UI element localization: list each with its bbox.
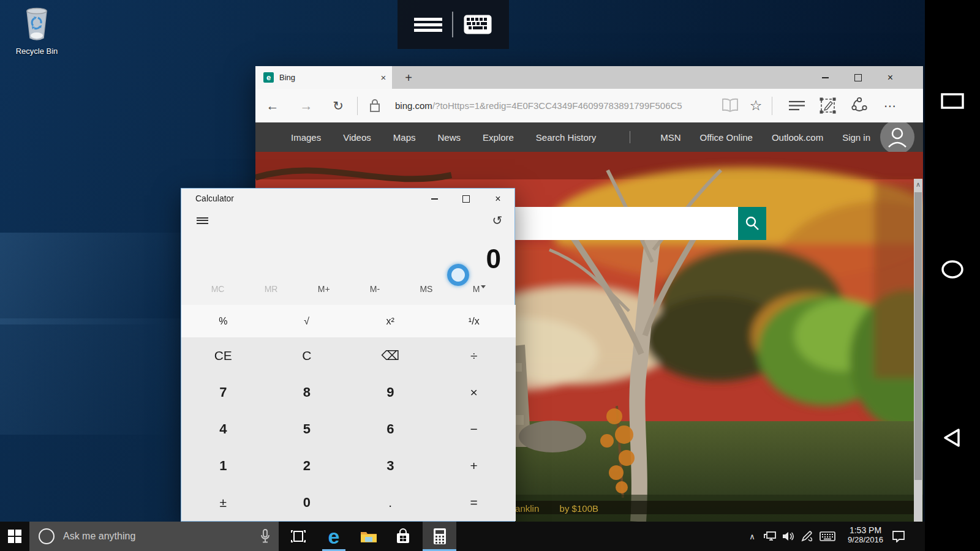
taskbar: e [0, 522, 925, 551]
equals-key[interactable]: = [432, 484, 516, 521]
clear-key[interactable]: C [265, 337, 349, 374]
tab-strip: e Bing × + × [255, 66, 923, 89]
task-view-icon [290, 530, 307, 543]
microphone-icon[interactable] [260, 529, 270, 544]
taskbar-edge-button[interactable]: e [320, 522, 348, 551]
network-icon[interactable] [761, 522, 779, 551]
recycle-bin-shortcut[interactable]: Recycle Bin [9, 5, 65, 56]
digit-9-key[interactable]: 9 [349, 374, 432, 411]
menu-icon[interactable] [414, 15, 442, 34]
digit-2-key[interactable]: 2 [265, 448, 349, 484]
decimal-key[interactable]: . [349, 484, 432, 521]
tab-close-icon[interactable]: × [375, 69, 392, 86]
taskbar-clock[interactable]: 1:53 PM 9/28/2016 [844, 525, 887, 544]
divide-key[interactable]: ÷ [432, 337, 516, 374]
subtract-key[interactable]: − [432, 411, 516, 448]
profile-avatar[interactable] [880, 122, 914, 154]
person-icon [880, 122, 914, 154]
action-center-icon[interactable] [889, 522, 908, 551]
add-key[interactable]: + [432, 448, 516, 484]
window-minimize-button[interactable] [812, 66, 839, 89]
android-back-button[interactable] [925, 419, 980, 456]
memory-subtract-button[interactable]: M- [370, 284, 380, 294]
memory-clear-button[interactable]: MC [211, 284, 225, 294]
nav-news[interactable]: News [437, 132, 461, 143]
bing-nav-left: Images Videos Maps News Explore Search H… [291, 122, 596, 152]
scroll-up-icon[interactable]: ∧ [914, 180, 922, 189]
digit-1-key[interactable]: 1 [181, 448, 265, 484]
nav-maps[interactable]: Maps [393, 132, 416, 143]
nav-msn[interactable]: MSN [660, 132, 680, 143]
file-explorer-button[interactable] [355, 522, 383, 551]
cortana-search-box[interactable] [29, 522, 279, 551]
tray-chevron-icon[interactable]: ∧ [743, 522, 761, 551]
clear-entry-key[interactable]: CE [181, 337, 265, 374]
vertical-scrollbar[interactable]: ∧ ∨ [914, 179, 922, 522]
nav-search-history[interactable]: Search History [536, 132, 596, 143]
plus-minus-key[interactable]: ± [181, 484, 265, 521]
task-view-button[interactable] [284, 522, 312, 551]
store-button[interactable] [389, 522, 417, 551]
multiply-key[interactable]: × [432, 374, 516, 411]
digit-3-key[interactable]: 3 [349, 448, 432, 484]
more-menu-icon[interactable]: ⋯ [878, 89, 902, 122]
share-icon[interactable] [851, 97, 867, 113]
digit-0-key[interactable]: 0 [265, 484, 349, 521]
vertical-scroll-thumb[interactable] [914, 192, 922, 480]
nav-videos[interactable]: Videos [343, 132, 371, 143]
bing-nav-right: MSN Office Online Outlook.com Sign in [660, 122, 870, 152]
nav-office-online[interactable]: Office Online [699, 132, 752, 143]
calc-history-icon[interactable]: ↺ [485, 211, 510, 230]
window-maximize-button[interactable] [844, 66, 872, 89]
recycle-bin-icon [20, 5, 54, 43]
taskbar-search-input[interactable] [62, 530, 260, 542]
calc-maximize-button[interactable] [453, 189, 479, 209]
digit-7-key[interactable]: 7 [181, 374, 265, 411]
android-recents-button[interactable] [925, 83, 980, 119]
memory-store-button[interactable]: MS [420, 284, 432, 294]
calc-minimize-button[interactable] [421, 189, 447, 209]
square-key[interactable]: x² [349, 305, 432, 337]
digit-5-key[interactable]: 5 [265, 411, 349, 448]
digit-4-key[interactable]: 4 [181, 411, 265, 448]
touch-keyboard-icon[interactable] [818, 522, 837, 551]
url-host: bing.com [395, 100, 432, 111]
start-button[interactable] [0, 522, 29, 551]
back-button[interactable]: ← [260, 89, 285, 122]
calc-close-button[interactable]: × [485, 189, 511, 209]
toolbar-divider [772, 97, 772, 115]
recents-square-icon [940, 92, 965, 110]
toolbar-divider [357, 97, 358, 115]
forward-button[interactable]: → [294, 89, 318, 122]
lock-icon [369, 98, 380, 113]
address-bar[interactable]: bing.com/?toHttps=1&redig=4E0F3CC4349F46… [395, 89, 682, 122]
digit-6-key[interactable]: 6 [349, 411, 432, 448]
volume-icon[interactable] [779, 522, 797, 551]
nav-sign-in[interactable]: Sign in [842, 132, 870, 143]
bing-search-button[interactable] [738, 207, 766, 240]
nav-explore[interactable]: Explore [483, 132, 514, 143]
favorites-star-icon[interactable]: ☆ [744, 89, 768, 122]
memory-flyout-button[interactable]: M [473, 284, 486, 294]
calc-menu-icon[interactable] [197, 216, 208, 225]
percent-key[interactable]: % [181, 305, 265, 337]
refresh-button[interactable]: ↻ [326, 89, 350, 122]
backspace-key[interactable]: ⌫ [349, 337, 432, 374]
android-home-button[interactable] [925, 251, 980, 288]
window-close-button[interactable]: × [876, 66, 904, 89]
web-note-icon[interactable] [820, 97, 836, 114]
tab-bing[interactable]: e Bing × [255, 66, 392, 89]
memory-add-button[interactable]: M+ [318, 284, 330, 294]
nav-outlook[interactable]: Outlook.com [772, 132, 823, 143]
new-tab-button[interactable]: + [399, 69, 418, 87]
windows-ink-pen-icon[interactable] [797, 522, 816, 551]
nav-images[interactable]: Images [291, 132, 321, 143]
taskbar-calculator-button[interactable] [423, 522, 456, 551]
reciprocal-key[interactable]: ¹/x [432, 305, 516, 337]
digit-8-key[interactable]: 8 [265, 374, 349, 411]
hub-icon[interactable] [789, 100, 805, 111]
reading-view-icon[interactable] [721, 98, 739, 113]
sqrt-key[interactable]: √ [265, 305, 349, 337]
memory-recall-button[interactable]: MR [265, 284, 278, 294]
keyboard-icon[interactable] [463, 14, 492, 35]
